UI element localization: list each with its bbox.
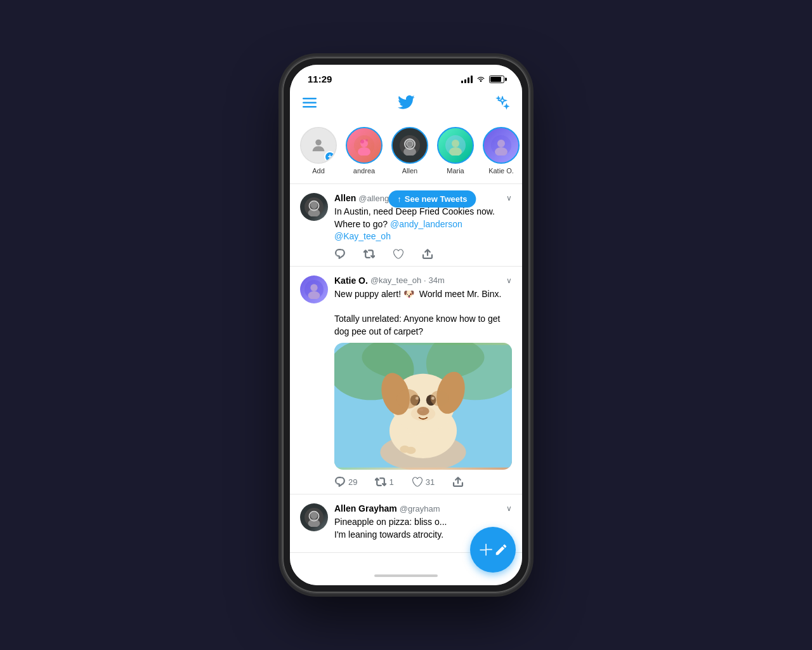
svg-point-25: [310, 284, 317, 291]
svg-point-15: [452, 140, 459, 147]
like-action[interactable]: [393, 248, 404, 260]
battery-icon: [489, 76, 504, 83]
tweet-handle-katie: @kay_tee_oh ·: [370, 275, 426, 285]
arrow-up-icon: ↑: [397, 194, 402, 204]
story-name-katie: Katie O.: [488, 167, 514, 175]
svg-rect-1: [303, 102, 317, 104]
home-indicator: [374, 574, 438, 577]
see-new-label: See new Tweets: [405, 194, 468, 204]
tweet-body-allen: Allen @allengsays · 26m ∨ ↑ See new Twee…: [334, 193, 512, 260]
retweet-action-katie[interactable]: 1: [375, 476, 393, 488]
story-item-andrea[interactable]: andrea: [346, 127, 383, 175]
tweet-image-puppy[interactable]: [334, 343, 512, 470]
svg-point-21: [310, 202, 317, 209]
retweet-action[interactable]: [363, 248, 375, 260]
svg-point-8: [365, 139, 368, 142]
story-item-allen[interactable]: Allen: [391, 127, 428, 175]
tweet-time-katie: 34m: [429, 275, 445, 285]
signal-icon: [461, 76, 473, 83]
story-item-katie[interactable]: Katie O.: [483, 127, 520, 175]
story-name-maria: Maria: [447, 167, 464, 175]
stories-row: + Add andrea: [290, 121, 522, 184]
tweet-chevron-allen[interactable]: ∨: [506, 194, 512, 202]
tweet-chevron-grayham[interactable]: ∨: [506, 504, 512, 513]
top-nav: [290, 88, 522, 121]
wifi-icon: [476, 74, 486, 84]
tweet-header-grayham: Allen Grayham @grayham ∨: [334, 503, 512, 514]
reply-action-katie[interactable]: 29: [334, 476, 357, 488]
svg-point-43: [396, 389, 419, 409]
svg-point-49: [310, 512, 317, 519]
svg-point-47: [406, 447, 416, 454]
maria-avatar: [437, 127, 474, 164]
feed: Allen @allengsays · 26m ∨ ↑ See new Twee…: [290, 184, 522, 566]
share-action-katie[interactable]: [452, 476, 464, 488]
like-action-katie[interactable]: 31: [412, 476, 435, 488]
tweet-header-katie: Katie O. @kay_tee_oh · 34m ∨: [334, 275, 512, 286]
add-badge: +: [324, 151, 336, 162]
retweet-count-katie: 1: [389, 477, 393, 487]
allen-avatar: [391, 127, 428, 164]
tweet-author-katie: Katie O.: [334, 275, 368, 286]
status-bar: 11:29: [290, 65, 522, 88]
see-new-tweets[interactable]: ↑ See new Tweets: [388, 190, 476, 208]
story-item-add[interactable]: + Add: [300, 127, 337, 175]
svg-point-44: [431, 390, 449, 406]
story-name-andrea: andrea: [353, 167, 375, 175]
mention-kay[interactable]: @Kay_tee_oh: [334, 231, 391, 241]
tweet-avatar-grayham: [300, 503, 328, 531]
tweet-allen: Allen @allengsays · 26m ∨ ↑ See new Twee…: [290, 184, 522, 267]
tweet-avatar-katie: [300, 275, 328, 303]
tweet-actions-allen: [334, 248, 512, 260]
katie-avatar: [483, 127, 520, 164]
tweet-handle-grayham: @grayham: [400, 504, 440, 514]
svg-rect-2: [303, 106, 317, 108]
tweet-chevron-katie[interactable]: ∨: [506, 276, 512, 285]
tweet-actions-katie: 29 1 31: [334, 476, 512, 488]
tweet-text-allen: In Austin, need Deep Fried Cookies now. …: [334, 206, 512, 243]
reply-count-katie: 29: [348, 477, 357, 487]
phone-screen: 11:29: [290, 65, 522, 585]
tweet-body-katie: Katie O. @kay_tee_oh · 34m ∨ New puppy a…: [334, 275, 512, 488]
menu-icon[interactable]: [303, 98, 317, 111]
tweet-author-grayham: Allen Grayham: [334, 503, 397, 514]
compose-icon: [478, 541, 508, 559]
story-item-maria[interactable]: Maria: [437, 127, 474, 175]
tweet-author-line-katie: Katie O. @kay_tee_oh · 34m: [334, 275, 445, 286]
add-avatar: +: [300, 127, 337, 164]
compose-button[interactable]: [470, 527, 516, 573]
story-name-add: Add: [312, 167, 325, 175]
sparkle-icon[interactable]: [495, 96, 509, 113]
svg-rect-0: [303, 98, 317, 100]
twitter-logo: [397, 93, 415, 116]
like-count-katie: 31: [426, 477, 435, 487]
status-time: 11:29: [308, 74, 332, 84]
story-name-allen: Allen: [402, 167, 417, 175]
tweet-katie: Katie O. @kay_tee_oh · 34m ∨ New puppy a…: [290, 267, 522, 494]
status-icons: [461, 74, 504, 84]
tweet-text-katie: New puppy alert! 🐶 World meet Mr. Binx. …: [334, 288, 512, 338]
svg-point-18: [497, 140, 505, 147]
mention-andy[interactable]: @andy_landerson: [390, 219, 462, 229]
phone-wrapper: 11:29: [282, 57, 530, 593]
share-action[interactable]: [422, 248, 433, 260]
reply-action[interactable]: [334, 248, 346, 260]
tweet-author-line-grayham: Allen Grayham @grayham: [334, 503, 440, 514]
tweet-author-allen: Allen: [334, 193, 356, 203]
svg-point-7: [360, 140, 364, 143]
svg-point-3: [315, 140, 321, 145]
andrea-avatar: [346, 127, 383, 164]
tweet-avatar-allen: [300, 193, 328, 221]
